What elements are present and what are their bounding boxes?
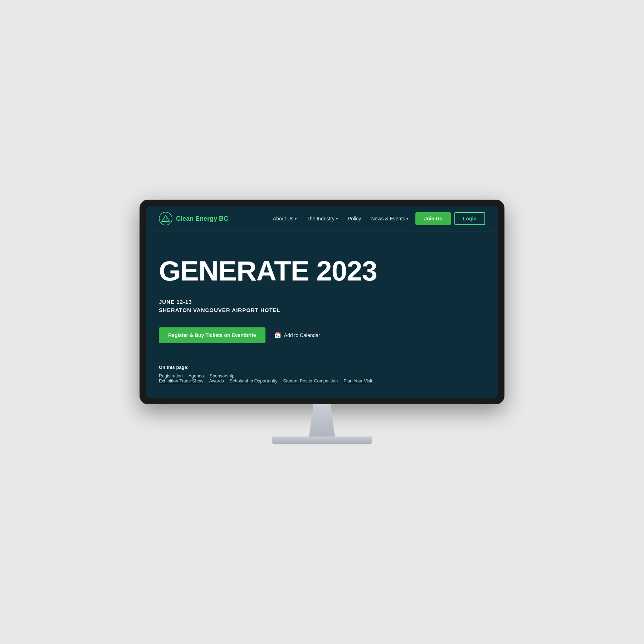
nav-policy[interactable]: Policy	[348, 216, 361, 221]
hero-date: JUNE 12-13	[159, 299, 485, 305]
page-link-exhibition[interactable]: Exhibition Trade Show	[159, 379, 203, 384]
calendar-icon: 📅	[274, 332, 281, 338]
page-links-row: Registration Agenda Sponsorship	[159, 374, 485, 379]
hero-venue: SHERATON VANCOUVER AIRPORT HOTEL	[159, 307, 485, 313]
page-link-sponsorship[interactable]: Sponsorship	[210, 374, 235, 379]
add-to-calendar-button[interactable]: 📅 Add to Calendar	[274, 332, 320, 338]
hero-section: GENERATE 2023 JUNE 12-13 SHERATON VANCOU…	[146, 231, 498, 398]
nav-the-industry[interactable]: The Industry ▾	[307, 216, 338, 221]
monitor-stand-base	[272, 436, 372, 444]
page-link-awards[interactable]: Awards	[209, 379, 224, 384]
nav-news-events[interactable]: News & Events ▾	[371, 216, 408, 221]
chevron-down-icon: ▾	[336, 217, 338, 221]
logo-text: Clean Energy BC	[176, 215, 228, 223]
logo-area: Clean Energy BC	[159, 212, 228, 225]
page-links-label: On this page:	[159, 365, 485, 370]
monitor-wrapper: Clean Energy BC About Us ▾ The Industry …	[140, 200, 504, 444]
page-link-agenda[interactable]: Agenda	[189, 374, 204, 379]
nav-buttons: Join Us Login	[415, 212, 485, 225]
chevron-down-icon: ▾	[295, 217, 297, 221]
monitor-stand-neck	[308, 404, 336, 436]
page-links-section: On this page: Registration Agenda Sponso…	[159, 365, 485, 384]
monitor-border: Clean Energy BC About Us ▾ The Industry …	[140, 200, 504, 404]
chevron-down-icon: ▾	[406, 217, 408, 221]
page-link-student-poster[interactable]: Student Poster Competition	[283, 379, 338, 384]
navbar: Clean Energy BC About Us ▾ The Industry …	[146, 206, 498, 231]
nav-about-us[interactable]: About Us ▾	[273, 216, 297, 221]
hero-actions: Register & Buy Tickets on Eventbrite 📅 A…	[159, 327, 485, 343]
page-link-registration[interactable]: Registration	[159, 374, 183, 379]
page-links-row-2: Exhibition Trade Show Awards Scholarship…	[159, 379, 485, 384]
join-us-button[interactable]: Join Us	[415, 212, 451, 225]
register-button[interactable]: Register & Buy Tickets on Eventbrite	[159, 327, 265, 343]
nav-links: About Us ▾ The Industry ▾ Policy News & …	[273, 216, 409, 221]
logo-icon	[159, 212, 172, 225]
svg-point-0	[159, 212, 172, 225]
page-link-plan-visit[interactable]: Plan Your Visit	[343, 379, 372, 384]
page-link-scholarship[interactable]: Scholarship Opportunity	[230, 379, 277, 384]
screen: Clean Energy BC About Us ▾ The Industry …	[146, 206, 498, 398]
login-button[interactable]: Login	[454, 212, 485, 225]
hero-title: GENERATE 2023	[159, 257, 485, 286]
